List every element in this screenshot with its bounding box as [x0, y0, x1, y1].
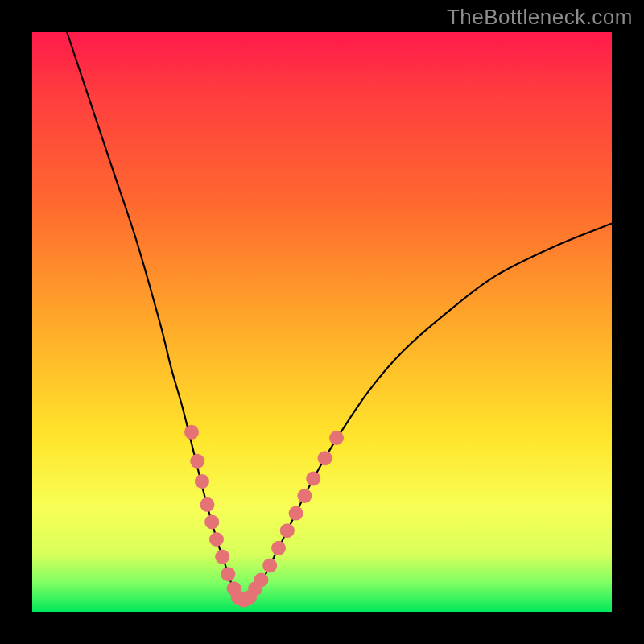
curve-marker — [254, 572, 268, 587]
curve-marker — [195, 474, 209, 489]
curve-svg — [32, 32, 612, 612]
curve-marker — [306, 471, 320, 485]
curve-marker — [209, 532, 224, 547]
curve-marker — [204, 514, 219, 529]
marker-group — [184, 425, 344, 608]
curve-marker — [190, 454, 204, 469]
curve-marker — [262, 558, 277, 572]
curve-marker — [289, 506, 303, 521]
curve-marker — [215, 550, 229, 564]
chart-frame: TheBottleneck.com — [0, 0, 644, 644]
plot-area — [32, 32, 612, 612]
curve-marker — [221, 567, 235, 581]
bottleneck-curve — [67, 32, 612, 601]
curve-marker — [318, 451, 332, 465]
watermark-text: TheBottleneck.com — [447, 5, 633, 30]
curve-marker — [184, 425, 199, 440]
curve-marker — [200, 497, 214, 512]
curve-marker — [280, 523, 295, 538]
curve-marker — [329, 431, 344, 445]
curve-marker — [271, 541, 286, 555]
curve-marker — [297, 489, 312, 503]
